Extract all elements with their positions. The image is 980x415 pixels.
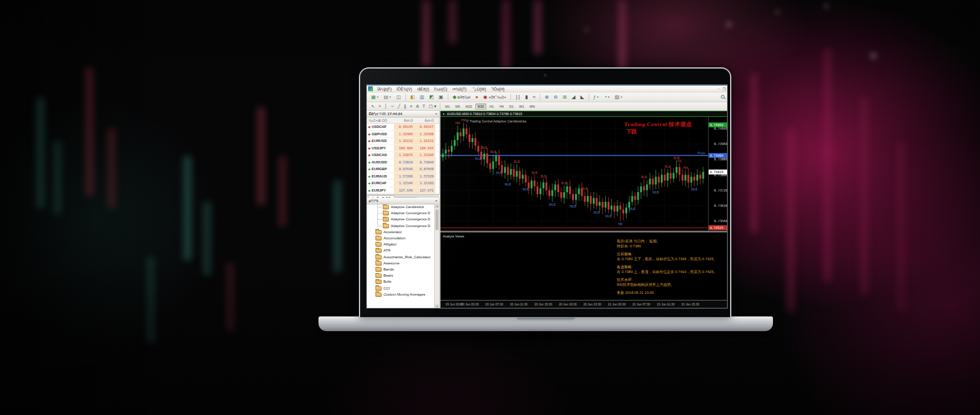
candle-pattern-label: BLB [582, 187, 588, 190]
data-window-toggle[interactable]: ▥ [418, 93, 426, 102]
candle [564, 192, 565, 198]
navigator-item[interactable]: Bears [367, 272, 435, 279]
menu-item-5[interactable]: ´°¿Ú(W) [469, 87, 489, 91]
menu-item-4[interactable]: ¹¤¾ß(T) [450, 87, 469, 91]
navigator-item[interactable]: Accumulation [367, 235, 435, 241]
shapes-tool[interactable]: ▢ ▾ [427, 103, 438, 110]
channel-tool[interactable]: ∥ [402, 103, 409, 110]
restore-button[interactable]: ❐ [723, 87, 726, 91]
timeframe-button-m15[interactable]: M15 [463, 103, 475, 110]
market-watch-row[interactable]: ◆GBPUSD1.324861.32509 [367, 131, 439, 138]
menu-item-6[interactable]: °ïÖú(H) [489, 87, 507, 91]
market-watch-row[interactable]: ◆USDCAD1.330761.33104 [367, 152, 439, 159]
chart-ohlc-title: AUDUSD,M30 0.73810 0.73834 0.73786 0.738… [447, 111, 522, 116]
ask-price: 109.924 [415, 145, 435, 152]
bar-chart-mode[interactable]: ∣∣ [513, 93, 522, 102]
templates-button[interactable]: ▨▼ [613, 93, 625, 102]
market-watch-row[interactable]: ◆AUDUSD0.738190.73844 [367, 159, 439, 166]
navigator-toggle[interactable]: ◩ [428, 93, 436, 102]
navigator-item[interactable]: Accelerator [367, 229, 435, 235]
market-watch-row[interactable]: ◆USDJPY109.904109.924 [367, 145, 439, 152]
last-price-box: 0.73815 [709, 170, 728, 174]
periods-button[interactable]: ◔▼ [602, 93, 612, 102]
minimize-button[interactable]: – [718, 87, 720, 91]
candle-chart-mode[interactable]: ▮ [523, 93, 529, 102]
profiles-button[interactable]: ◫ [394, 93, 403, 102]
symbol-label: EURAUD [372, 174, 387, 178]
vline-tool[interactable]: │ [383, 103, 389, 110]
timeframe-button-m30[interactable]: M30 [475, 103, 487, 110]
scroll-up-icon[interactable]: ▲ [435, 204, 439, 208]
menu-item-0[interactable]: ÎÄ¼þ(F) [375, 87, 394, 91]
time-axis[interactable]: 19 Jun 201820 Jun 03:3020 Jun 07:3020 Ju… [440, 300, 728, 308]
timeframe-button-m5[interactable]: M5 [453, 103, 462, 110]
zoom-out-button[interactable]: ⊖ [552, 93, 560, 102]
indicators-button[interactable]: ƒ▼ [592, 93, 601, 102]
text-tool[interactable]: A [414, 103, 421, 110]
close-icon[interactable]: × [435, 112, 437, 116]
candle-pattern-label: MLB [496, 171, 503, 174]
new-chart-button[interactable]: ▦▼ [369, 93, 381, 102]
line-chart-mode[interactable]: ≈ [531, 93, 537, 102]
navigator-item[interactable]: Adaptive Convergence D [367, 223, 435, 229]
scrollbar-thumb[interactable] [435, 209, 439, 230]
market-watch-row[interactable]: ◆EURJPY127.646127.671 [367, 187, 439, 195]
folder-icon [383, 211, 389, 215]
terminal-toggle[interactable]: ▣ [437, 93, 445, 102]
timeframe-button-d1[interactable]: D1 [507, 103, 516, 110]
cursor-tool[interactable]: ↖ [369, 103, 377, 110]
timeframe-button-h1[interactable]: H1 [487, 103, 496, 110]
hline-tool[interactable]: ─ [389, 103, 396, 110]
arrange-buy-button[interactable]: ◢ [570, 93, 577, 102]
timeframe-button-w1[interactable]: W1 [516, 103, 526, 110]
autotrade-hand-button[interactable]: ● [473, 93, 480, 102]
market-watch-row[interactable]: ◆EURAUD1.572861.57329 [367, 173, 439, 181]
market-watch-row[interactable]: ◆EURCHF1.151461.15182 [367, 180, 439, 187]
autotrading-button[interactable]: ◉×Ô¶¯½»Ò× [481, 93, 508, 102]
candle [557, 184, 559, 192]
scroll-down-icon[interactable]: ▼ [435, 304, 439, 308]
navigator-item[interactable]: CCI [367, 285, 435, 291]
trendline-tool[interactable]: ╱ [396, 103, 402, 110]
new-order-button[interactable]: ◆ÐÂ¶©µ¥ [451, 93, 472, 102]
menu-item-1[interactable]: ÏÔÊ¾(V) [394, 87, 414, 91]
zoom-in-button[interactable]: ⊕ [543, 93, 551, 102]
market-watch-row[interactable]: ◆USDCHF0.991450.99167 [367, 124, 439, 131]
search-icon[interactable] [721, 95, 725, 99]
menu-item-3[interactable]: Í¼±í(C) [432, 87, 450, 91]
navigator-item[interactable]: Autochartist_Risk_Calculator [367, 254, 435, 260]
chart-collapse-icon[interactable]: ▼ [442, 111, 445, 116]
arrange-sell-button[interactable]: ◣ [578, 93, 586, 102]
candle [546, 182, 548, 190]
navigator-item[interactable]: Bands [367, 266, 435, 272]
time-axis-label: 21 Jun 03:30 [603, 302, 630, 306]
tile-windows-button[interactable]: ⊞ [561, 93, 569, 102]
navigator-item[interactable]: Bulls [367, 279, 435, 285]
label-tool[interactable]: T [421, 103, 427, 110]
timeframe-button-h4[interactable]: H4 [497, 103, 506, 110]
up-tick-icon: ◆ [368, 181, 371, 185]
line-studies-toolbar: ↖+│─╱∥≡AT▢ ▾ M1M5M15M30H1H4D1W1MN [367, 102, 728, 111]
navigator-item[interactable]: Awesome [367, 260, 435, 266]
navigator-item[interactable]: ATR [367, 247, 435, 253]
market-watch-toggle[interactable]: ◧ [409, 93, 417, 102]
candle [466, 129, 467, 134]
fibonacci-tool[interactable]: ≡ [408, 103, 414, 110]
menu-item-2[interactable]: ²åÈë(I) [415, 87, 432, 91]
market-watch-row[interactable]: ◆EURGBP0.876460.87669 [367, 166, 439, 173]
price-scale[interactable]: 0.740400.739600.738800.738000.737200.736… [708, 117, 728, 231]
candle [703, 172, 704, 179]
navigator-scrollbar[interactable]: ▲ ▼ [434, 204, 439, 308]
timeframe-button-mn[interactable]: MN [527, 103, 538, 110]
symbol-label: EURJPY [372, 189, 386, 192]
timeframe-button-m1[interactable]: M1 [443, 103, 453, 110]
market-watch-row[interactable]: ◆EURUSD1.161321.16151 [367, 138, 439, 145]
close-icon[interactable]: × [435, 199, 437, 203]
candlestick-chart[interactable]: PivotHMHMMLBBLBBLBMLBMLBBLBMLBBLBBLBMLBB… [440, 117, 708, 231]
laptop-shadow [343, 329, 747, 345]
navigator-item[interactable]: Custom Moving Averages [367, 291, 435, 297]
navigator-item[interactable]: Alligator [367, 241, 435, 247]
chart-window-button[interactable]: ▤▼ [382, 93, 394, 102]
crosshair-tool[interactable]: + [377, 103, 383, 110]
time-axis-label: 21 Jun 11:30 [652, 302, 679, 306]
